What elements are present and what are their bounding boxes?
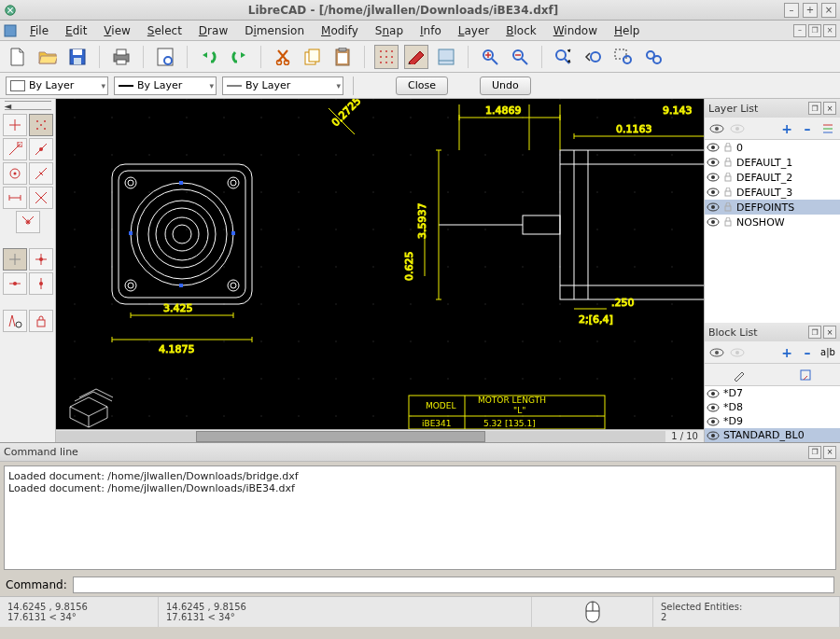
block-remove-button[interactable]: –: [799, 344, 816, 361]
drawing-canvas[interactable]: 3.425 4.1875 0.2725 1.4869 0.1163: [56, 99, 704, 429]
svg-point-176: [711, 392, 715, 396]
toolbox-back[interactable]: ◄: [5, 101, 51, 110]
undo-button[interactable]: [197, 45, 221, 69]
snap-center-button[interactable]: [3, 162, 27, 185]
lock-relative-zero-button[interactable]: [29, 310, 53, 332]
menu-file[interactable]: File: [22, 22, 56, 39]
menu-view[interactable]: View: [96, 22, 137, 39]
svg-point-19: [391, 50, 393, 52]
svg-point-85: [559, 99, 560, 100]
set-relative-zero-button[interactable]: [3, 310, 27, 332]
svg-text:1.4869: 1.4869: [485, 104, 522, 117]
horizontal-scrollbar[interactable]: 1 / 10: [56, 429, 704, 442]
menu-draw[interactable]: Draw: [191, 22, 235, 39]
snap-on-entity-button[interactable]: [29, 138, 53, 160]
block-hideall-button[interactable]: [729, 344, 746, 361]
mdi-minimize-button[interactable]: –: [793, 24, 806, 37]
svg-point-73: [111, 99, 112, 100]
menu-help[interactable]: Help: [607, 22, 647, 39]
minimize-button[interactable]: –: [784, 3, 799, 18]
layer-panel-float-button[interactable]: ❐: [808, 102, 821, 115]
scrollbar-thumb[interactable]: [196, 431, 485, 442]
menu-block[interactable]: Block: [498, 22, 543, 39]
svg-rect-13: [309, 49, 319, 62]
command-panel-close-button[interactable]: ×: [823, 446, 836, 459]
layer-edit-button[interactable]: [819, 120, 836, 137]
snap-grid-button[interactable]: [29, 114, 53, 136]
block-panel-float-button[interactable]: ❐: [808, 326, 821, 339]
svg-point-34: [591, 52, 600, 62]
menu-edit[interactable]: Edit: [58, 22, 94, 39]
layer-add-button[interactable]: +: [778, 120, 795, 137]
menu-modify[interactable]: Modify: [314, 22, 366, 39]
svg-text:2;[6,4]: 2;[6,4]: [579, 313, 613, 326]
block-showall-button[interactable]: [708, 344, 725, 361]
svg-rect-106: [179, 284, 183, 287]
snap-endpoint-button[interactable]: [3, 138, 27, 160]
cut-button[interactable]: [271, 45, 295, 69]
statusbar-toggle-button[interactable]: [434, 45, 458, 69]
snap-middle-button[interactable]: [29, 162, 53, 185]
new-file-button[interactable]: [6, 45, 30, 69]
left-toolbox: ◄: [0, 99, 56, 442]
restrict-nothing-button[interactable]: [3, 248, 27, 271]
layer-list[interactable]: 0 DEFAULT_1 DEFAULT_2 DEFAULT_3 DEFPOINT…: [705, 140, 840, 323]
snap-intersection-button[interactable]: [29, 187, 53, 209]
command-input[interactable]: [73, 576, 834, 593]
maximize-button[interactable]: +: [803, 3, 818, 18]
command-log[interactable]: Loaded document: /home/jlwallen/Download…: [4, 465, 836, 570]
open-file-button[interactable]: [35, 45, 60, 69]
zoom-out-button[interactable]: [508, 45, 532, 69]
copy-button[interactable]: [301, 45, 325, 69]
linetype-combo[interactable]: By Layer▾: [222, 76, 343, 95]
menu-dimension[interactable]: Dimension: [237, 22, 312, 39]
zoom-window-button[interactable]: [611, 45, 636, 69]
draft-toggle-button[interactable]: [404, 45, 428, 69]
svg-point-99: [125, 280, 136, 291]
block-panel-close-button[interactable]: ×: [823, 326, 836, 339]
layer-hideall-button[interactable]: [729, 120, 746, 137]
layer-remove-button[interactable]: –: [799, 120, 816, 137]
zoom-previous-button[interactable]: [581, 45, 606, 69]
svg-point-173: [735, 351, 739, 354]
print-preview-button[interactable]: [153, 45, 177, 69]
restrict-vertical-button[interactable]: [29, 272, 53, 295]
block-list[interactable]: *D7 *D8 *D9 STANDARD_BL0: [705, 386, 840, 442]
menu-select[interactable]: Select: [140, 22, 189, 39]
block-edit-button[interactable]: [731, 367, 748, 383]
mdi-restore-button[interactable]: ❐: [808, 24, 821, 37]
close-window-button[interactable]: ×: [821, 3, 836, 18]
layer-panel-close-button[interactable]: ×: [823, 102, 836, 115]
svg-point-100: [228, 280, 239, 291]
color-combo[interactable]: By Layer▾: [6, 76, 108, 95]
menu-snap[interactable]: Snap: [368, 22, 411, 39]
block-rename-button[interactable]: a|b: [819, 344, 836, 361]
block-add-button[interactable]: +: [778, 344, 795, 361]
width-combo[interactable]: By Layer▾: [114, 76, 217, 95]
zoom-auto-button[interactable]: [552, 45, 576, 69]
snap-intersection-manual-button[interactable]: [16, 211, 40, 233]
close-button[interactable]: Close: [396, 76, 448, 95]
restrict-horizontal-button[interactable]: [3, 272, 27, 295]
menu-window[interactable]: Window: [546, 22, 605, 39]
mdi-close-button[interactable]: ×: [823, 24, 836, 37]
restrict-orthogonal-button[interactable]: [29, 248, 53, 271]
command-panel-float-button[interactable]: ❐: [808, 446, 821, 459]
undo-action-button[interactable]: Undo: [480, 76, 531, 95]
zoom-in-button[interactable]: [478, 45, 502, 69]
snap-free-button[interactable]: [3, 114, 27, 136]
print-button[interactable]: [109, 45, 133, 69]
layer-showall-button[interactable]: [708, 120, 725, 137]
menu-layer[interactable]: Layer: [451, 22, 497, 39]
app-menu-icon[interactable]: [4, 24, 17, 37]
mouse-icon: [584, 600, 601, 624]
redo-button[interactable]: [227, 45, 251, 69]
snap-dist-button[interactable]: [3, 187, 27, 209]
block-insert-button[interactable]: [797, 367, 814, 383]
paste-button[interactable]: [330, 45, 355, 69]
grid-toggle-button[interactable]: [374, 45, 399, 69]
svg-point-171: [715, 351, 719, 354]
save-file-button[interactable]: [65, 45, 90, 69]
menu-info[interactable]: Info: [413, 22, 449, 39]
zoom-pan-button[interactable]: [641, 45, 665, 69]
